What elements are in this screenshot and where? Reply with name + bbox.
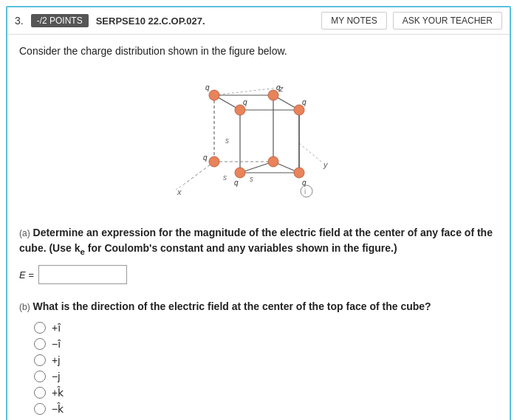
svg-point-26 <box>268 90 278 100</box>
points-badge: -/2 POINTS <box>31 14 89 27</box>
figure-container: z y x <box>19 66 498 213</box>
svg-text:q: q <box>205 83 210 92</box>
svg-point-32 <box>209 156 219 167</box>
option-plus-i[interactable]: +î <box>34 322 498 334</box>
part-b-bold: What is the direction of the electric fi… <box>33 300 431 312</box>
radio-minus-k[interactable] <box>34 403 46 415</box>
my-notes-button[interactable]: MY NOTES <box>321 12 386 30</box>
svg-text:i: i <box>304 187 306 196</box>
input-row: E = <box>19 265 498 284</box>
direction-radio-group: +î −î +j −j +k̂ <box>34 322 498 415</box>
svg-text:s: s <box>223 173 227 182</box>
label-plus-i: +î <box>52 322 61 334</box>
option-minus-j[interactable]: −j <box>34 371 498 382</box>
option-minus-k[interactable]: −k̂ <box>34 403 498 415</box>
radio-plus-i[interactable] <box>34 322 46 334</box>
label-plus-j: +j <box>52 354 60 366</box>
radio-plus-j[interactable] <box>34 354 46 366</box>
label-plus-k: +k̂ <box>52 387 64 399</box>
svg-text:q: q <box>302 98 307 106</box>
electric-field-input[interactable] <box>38 265 127 284</box>
svg-text:q: q <box>203 154 208 162</box>
svg-point-39 <box>301 185 312 197</box>
question-container: 3. -/2 POINTS SERPSE10 22.C.OP.027. MY N… <box>6 6 511 420</box>
question-intro: Consider the charge distribution shown i… <box>19 45 498 57</box>
svg-point-37 <box>294 168 304 178</box>
question-number: 3. <box>15 15 24 27</box>
svg-text:q: q <box>243 98 247 106</box>
part-a-label: (a) <box>19 228 30 238</box>
e-equals-label: E = <box>19 269 34 280</box>
option-plus-k[interactable]: +k̂ <box>34 387 498 399</box>
svg-text:y: y <box>323 160 329 169</box>
part-b: (b) What is the direction of the electri… <box>19 299 498 415</box>
part-a-text: (a) Determine an expression for the magn… <box>19 225 498 258</box>
cube-figure: z y x <box>162 66 355 213</box>
part-b-text: (b) What is the direction of the electri… <box>19 299 498 314</box>
question-body: Consider the charge distribution shown i… <box>7 35 510 420</box>
option-minus-i[interactable]: −î <box>34 338 498 350</box>
header-buttons: MY NOTES ASK YOUR TEACHER <box>321 12 502 30</box>
problem-code: SERPSE10 22.C.OP.027. <box>96 16 322 27</box>
label-minus-j: −j <box>52 371 60 382</box>
radio-plus-k[interactable] <box>34 387 46 399</box>
svg-text:q: q <box>276 83 281 92</box>
option-plus-j[interactable]: +j <box>34 354 498 366</box>
svg-text:s: s <box>250 175 253 183</box>
part-a-bold: Determine an expression for the magnitud… <box>19 227 493 254</box>
ask-teacher-button[interactable]: ASK YOUR TEACHER <box>393 12 502 30</box>
label-minus-i: −î <box>52 338 61 350</box>
part-a: (a) Determine an expression for the magn… <box>19 225 498 284</box>
svg-text:q: q <box>234 179 239 187</box>
radio-minus-j[interactable] <box>34 371 46 382</box>
svg-line-6 <box>214 88 277 95</box>
svg-point-30 <box>294 105 304 115</box>
svg-point-24 <box>209 90 219 100</box>
part-b-label: (b) <box>19 302 30 312</box>
svg-point-34 <box>268 156 278 167</box>
label-minus-k: −k̂ <box>52 403 64 415</box>
svg-text:s: s <box>225 137 229 145</box>
svg-point-35 <box>235 168 245 178</box>
svg-point-28 <box>235 105 245 115</box>
radio-minus-i[interactable] <box>34 338 46 350</box>
svg-line-7 <box>299 143 321 162</box>
question-header: 3. -/2 POINTS SERPSE10 22.C.OP.027. MY N… <box>7 7 510 35</box>
